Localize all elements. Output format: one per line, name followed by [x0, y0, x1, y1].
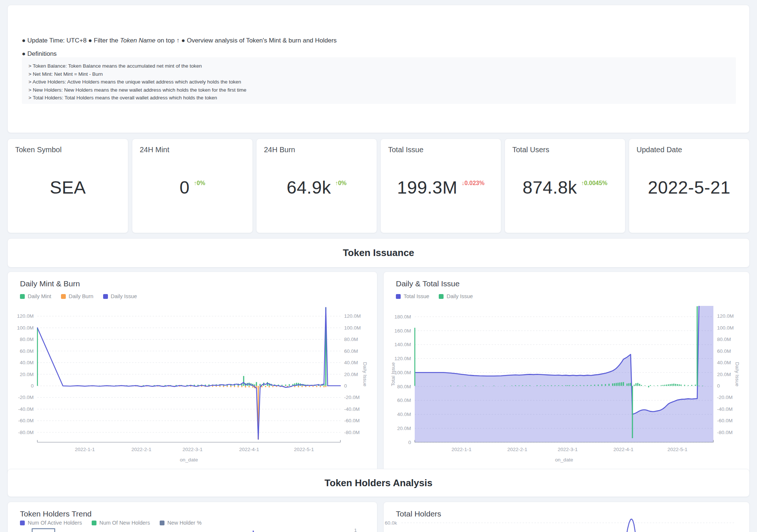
legend-label: Daily Burn	[69, 293, 94, 299]
dashboard-page: { "notes": { "line1_prefix": "● Update T…	[0, 0, 757, 532]
svg-text:2022-3-1: 2022-3-1	[183, 447, 203, 452]
total-holders-line	[623, 519, 638, 532]
svg-text:-20.0M: -20.0M	[717, 395, 733, 400]
svg-text:2022-5-1: 2022-5-1	[668, 447, 688, 452]
legend-label: Daily Issue	[111, 293, 137, 299]
kpi-value: 199.3M	[397, 178, 457, 198]
svg-text:Total Issue: Total Issue	[390, 362, 396, 386]
svg-text:40.0M: 40.0M	[20, 360, 34, 365]
kpi-value: 64.9k	[286, 178, 331, 198]
svg-text:100.0M: 100.0M	[717, 325, 734, 331]
chart-title: Daily & Total Issue	[396, 279, 459, 288]
legend-swatch-icon	[61, 294, 66, 299]
svg-text:60.0M: 60.0M	[717, 348, 731, 354]
kpi-card-updated-date[interactable]: Updated Date 2022-5-21	[629, 139, 750, 233]
svg-text:180.0M: 180.0M	[394, 314, 411, 320]
svg-text:60.0M: 60.0M	[20, 348, 34, 354]
svg-text:100.0M: 100.0M	[17, 325, 34, 331]
legend-item[interactable]: Daily Burn	[61, 293, 94, 299]
svg-text:-60.0M: -60.0M	[344, 418, 360, 423]
chart-legend: Daily MintDaily BurnDaily Issue	[20, 293, 146, 299]
svg-text:60.0M: 60.0M	[397, 398, 411, 403]
total-holders-chart[interactable]: 60.0k	[384, 502, 750, 532]
legend-item[interactable]: Daily Issue	[103, 293, 137, 299]
chart-title: Daily Mint & Burn	[20, 279, 80, 288]
section-token-issuance: Token Issuance	[7, 238, 750, 267]
svg-text:2022-1-1: 2022-1-1	[452, 447, 472, 452]
chart-a-svg: 2022-1-12022-2-12022-3-12022-4-12022-5-1…	[8, 303, 377, 473]
svg-text:-80.0M: -80.0M	[717, 430, 733, 435]
svg-text:2022-5-1: 2022-5-1	[294, 447, 314, 452]
legend-label: Total Issue	[404, 293, 429, 299]
daily-mint-burn-chart[interactable]: 2022-1-12022-2-12022-3-12022-4-12022-5-1…	[8, 303, 377, 475]
token-name-italic: Token Name	[120, 37, 156, 44]
chart-b-svg: 2022-1-12022-2-12022-3-12022-4-12022-5-1…	[384, 303, 750, 473]
daily-total-issue-chart[interactable]: 2022-1-12022-2-12022-3-12022-4-12022-5-1…	[384, 303, 750, 475]
definition-line: > Net Mint: Net Mint = Mint - Burn	[28, 70, 729, 78]
kpi-value: SEA	[50, 178, 86, 198]
kpi-delta: ↓0.023%	[461, 180, 484, 187]
legend-swatch-icon	[439, 294, 444, 299]
kpi-value: 0	[180, 178, 190, 198]
svg-text:-40.0M: -40.0M	[717, 406, 733, 412]
token-holders-trend-card[interactable]: Token Holders Trend Num Of Active Holder…	[7, 502, 377, 532]
legend-swatch-icon	[396, 294, 401, 299]
series-total-issue	[415, 303, 713, 442]
kpi-label: 24H Mint	[140, 146, 169, 154]
series-daily-issue	[37, 307, 340, 439]
svg-text:40.0M: 40.0M	[717, 360, 731, 365]
total-holders-card[interactable]: Total Holders 60.0k	[383, 502, 750, 532]
kpi-card-total-issue[interactable]: Total Issue 199.3M↓0.023%	[380, 139, 501, 233]
daily-total-issue-card[interactable]: Daily & Total Issue Total IssueDaily Iss…	[383, 272, 750, 475]
legend-swatch-icon	[103, 294, 108, 299]
definition-line: > New Holders: New Holders means the new…	[28, 86, 729, 94]
kpi-card-total-users[interactable]: Total Users 874.8k↑0.0045%	[505, 139, 625, 233]
kpi-delta: ↑0%	[335, 180, 346, 187]
svg-text:2022-2-1: 2022-2-1	[132, 447, 152, 452]
svg-text:140.0M: 140.0M	[394, 342, 411, 347]
kpi-label: Token Symbol	[15, 146, 62, 154]
svg-text:80.0M: 80.0M	[344, 337, 358, 342]
legend-item[interactable]: Daily Issue	[439, 293, 473, 299]
svg-text:40.0M: 40.0M	[344, 360, 358, 365]
svg-text:on_date: on_date	[180, 457, 198, 463]
svg-text:40.0M: 40.0M	[397, 412, 411, 417]
kpi-card-24h-burn[interactable]: 24H Burn 64.9k↑0%	[256, 139, 377, 233]
kpi-label: 24H Burn	[264, 146, 295, 154]
svg-text:80.0M: 80.0M	[397, 384, 411, 389]
svg-text:-60.0M: -60.0M	[18, 418, 34, 423]
svg-text:-20.0M: -20.0M	[18, 395, 34, 400]
section-title: Token Issuance	[343, 247, 414, 259]
kpi-card-token-symbol[interactable]: Token Symbol SEA	[7, 139, 128, 233]
legend-swatch-icon	[20, 294, 25, 299]
svg-text:20.0M: 20.0M	[20, 372, 34, 377]
svg-text:0: 0	[717, 383, 720, 389]
svg-text:120.0M: 120.0M	[394, 356, 411, 361]
note-text: ● Update Time: UTC+8 ● Filter the	[22, 37, 120, 44]
legend-label: Daily Issue	[447, 293, 473, 299]
new-holder-pct-line	[32, 529, 55, 532]
daily-mint-burn-card[interactable]: Daily Mint & Burn Daily MintDaily BurnDa…	[7, 272, 377, 475]
svg-text:2022-4-1: 2022-4-1	[614, 447, 634, 452]
svg-text:80.0M: 80.0M	[20, 337, 34, 342]
legend-item[interactable]: Total Issue	[396, 293, 429, 299]
kpi-label: Updated Date	[637, 146, 682, 154]
svg-text:on_date: on_date	[555, 457, 573, 463]
svg-text:100.0M: 100.0M	[344, 325, 361, 331]
legend-item[interactable]: Daily Mint	[20, 293, 51, 299]
token-holders-trend-chart[interactable]: 1	[8, 502, 378, 532]
kpi-label: Total Issue	[388, 146, 424, 154]
notes-panel: ● Update Time: UTC+8 ● Filter the Token …	[7, 5, 750, 133]
chart-legend: Total IssueDaily Issue	[396, 293, 482, 299]
svg-text:120.0M: 120.0M	[344, 313, 361, 319]
kpi-card-24h-mint[interactable]: 24H Mint 0↑0%	[132, 139, 253, 233]
svg-text:-40.0M: -40.0M	[344, 406, 360, 412]
svg-text:2022-1-1: 2022-1-1	[75, 447, 95, 452]
svg-text:80.0M: 80.0M	[717, 337, 731, 342]
series-daily-burn	[92, 386, 328, 439]
svg-text:2022-2-1: 2022-2-1	[507, 447, 527, 452]
svg-text:-80.0M: -80.0M	[344, 430, 360, 435]
svg-text:0: 0	[408, 440, 411, 445]
svg-text:160.0M: 160.0M	[394, 328, 411, 334]
legend-label: Daily Mint	[28, 293, 51, 299]
